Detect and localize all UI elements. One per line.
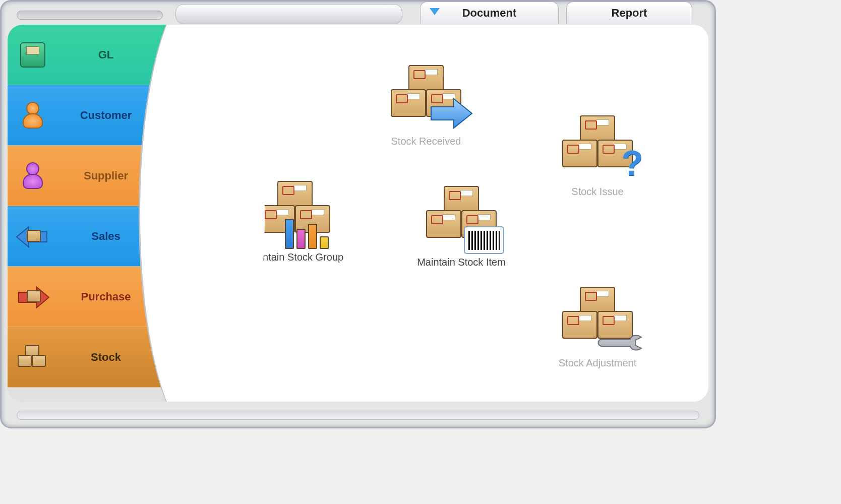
tab-report-label: Report	[612, 7, 647, 20]
dropdown-icon	[430, 8, 440, 15]
app-window: Document Report GL Customer Supplier	[0, 0, 716, 428]
main-body: GL Customer Supplier Sales	[8, 25, 708, 402]
sidebar-curve	[139, 25, 265, 402]
card-label: Maintain Stock Item	[406, 257, 517, 268]
person-icon	[22, 162, 44, 190]
boxes-wrench-icon	[560, 287, 635, 352]
sidebar: GL Customer Supplier Sales	[8, 25, 184, 402]
card-stock-issue[interactable]: ? Stock Issue	[542, 105, 653, 198]
person-icon	[22, 102, 44, 129]
boxes-barcode-icon	[424, 186, 499, 251]
top-handle-left	[17, 11, 163, 20]
tab-report[interactable]: Report	[566, 2, 692, 24]
tab-document-label: Document	[462, 7, 517, 20]
boxes-question-icon: ?	[560, 115, 635, 181]
card-label: Stock Received	[371, 136, 482, 147]
boxes-chart-icon	[257, 181, 333, 246]
boxes-arrow-icon	[388, 65, 464, 131]
card-maintain-stock-item[interactable]: Maintain Stock Item	[406, 176, 517, 268]
tab-document[interactable]: Document	[420, 2, 559, 24]
boxes-icon	[18, 345, 48, 370]
bottom-handle	[17, 411, 699, 420]
card-stock-received[interactable]: Stock Received	[371, 55, 482, 147]
card-label: Stock Issue	[542, 186, 653, 198]
card-label: Stock Adjustment	[542, 357, 653, 369]
box-arrow-right-icon	[18, 285, 48, 308]
box-arrow-left-icon	[18, 225, 48, 248]
cabinet-icon	[20, 42, 45, 68]
top-handle-center	[175, 4, 402, 24]
card-stock-adjustment[interactable]: Stock Adjustment	[542, 277, 653, 369]
